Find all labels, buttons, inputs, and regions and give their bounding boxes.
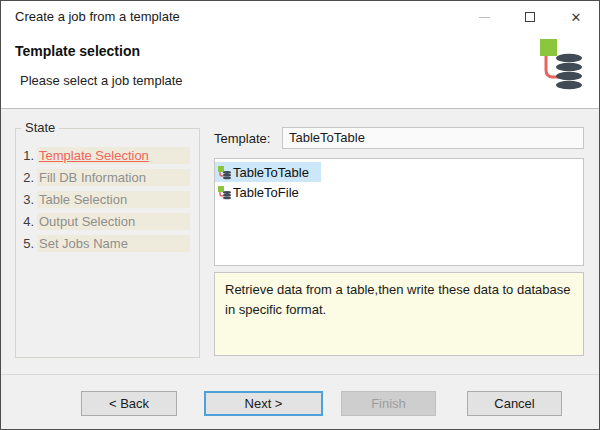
step-label: Template Selection [37, 147, 190, 164]
next-button[interactable]: Next > [204, 391, 323, 416]
step-table-selection: 3. Table Selection [16, 188, 199, 210]
step-set-jobs-name: 5. Set Jobs Name [16, 232, 199, 254]
step-list: 1. Template Selection 2. Fill DB Informa… [16, 129, 199, 254]
titlebar: Create a job from a template ✕ [1, 1, 599, 33]
step-output-selection: 4. Output Selection [16, 210, 199, 232]
maximize-button[interactable] [507, 1, 553, 33]
finish-button: Finish [341, 391, 436, 416]
template-field[interactable]: TableToTable [282, 127, 584, 149]
template-list[interactable]: TableToTable TableToFile [214, 158, 584, 266]
page-subtitle: Please select a job template [20, 73, 183, 88]
step-number: 5. [16, 236, 34, 251]
step-fill-db-information: 2. Fill DB Information [16, 166, 199, 188]
step-label: Table Selection [37, 191, 190, 208]
window-controls: ✕ [461, 1, 599, 33]
list-item-tabletofile[interactable]: TableToFile [215, 182, 311, 202]
list-item-label: TableToTable [233, 165, 309, 180]
wizard-header: Template selection Please select a job t… [1, 33, 599, 109]
button-bar: < Back Next > Finish Cancel [1, 374, 599, 429]
template-mini-icon [217, 185, 232, 200]
minimize-icon [479, 17, 490, 18]
list-item-tabletotable[interactable]: TableToTable [215, 162, 321, 182]
maximize-icon [525, 12, 535, 22]
step-label: Output Selection [37, 213, 190, 230]
step-number: 3. [16, 192, 34, 207]
back-button[interactable]: < Back [81, 391, 177, 416]
step-number: 4. [16, 214, 34, 229]
template-field-label: Template: [214, 131, 270, 146]
window-title: Create a job from a template [15, 1, 180, 33]
step-template-selection: 1. Template Selection [16, 144, 199, 166]
step-number: 1. [16, 148, 34, 163]
step-label: Fill DB Information [37, 169, 190, 186]
wizard-dialog: Create a job from a template ✕ Template … [0, 0, 600, 430]
template-database-icon [537, 37, 583, 93]
step-number: 2. [16, 170, 34, 185]
close-icon: ✕ [571, 11, 582, 24]
wizard-content: State 1. Template Selection 2. Fill DB I… [1, 109, 599, 374]
state-panel: State 1. Template Selection 2. Fill DB I… [15, 128, 200, 358]
minimize-button [461, 1, 507, 33]
page-title: Template selection [15, 43, 140, 59]
close-button[interactable]: ✕ [553, 1, 599, 33]
template-mini-icon [217, 165, 232, 180]
template-description: Retrieve data from a table,then write th… [214, 272, 584, 356]
cancel-button[interactable]: Cancel [467, 391, 562, 416]
state-panel-legend: State [21, 120, 59, 135]
list-item-label: TableToFile [233, 185, 299, 200]
step-label: Set Jobs Name [37, 235, 190, 252]
